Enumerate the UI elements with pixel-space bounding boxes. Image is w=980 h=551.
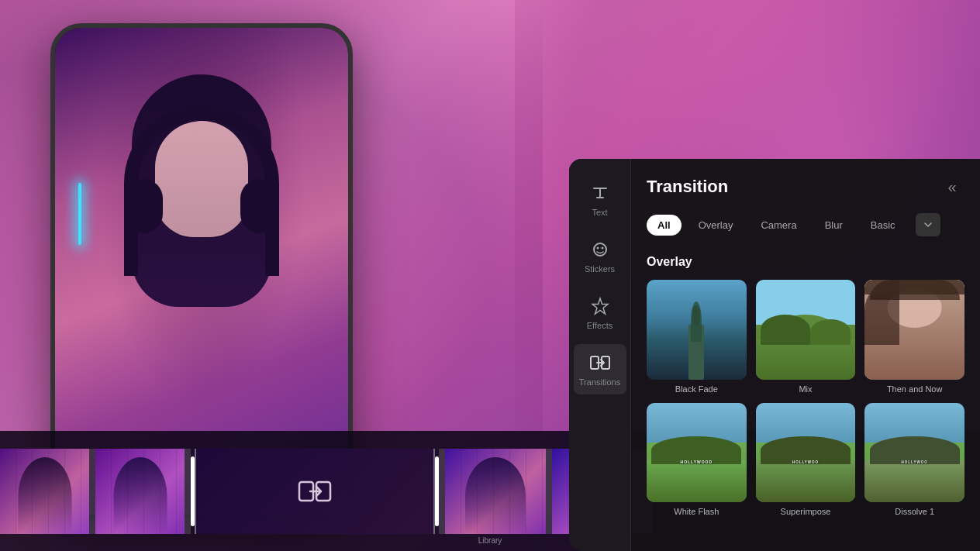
mix-thumb bbox=[756, 280, 856, 380]
svg-point-3 bbox=[596, 247, 599, 250]
headphone-left bbox=[124, 179, 163, 233]
headphone-right bbox=[240, 179, 279, 233]
panel-title: Transition bbox=[647, 177, 728, 197]
overlay-section: Overlay Black Fade bbox=[647, 255, 964, 516]
collapse-icon: « bbox=[947, 178, 956, 196]
toolbar-text[interactable]: Text bbox=[574, 174, 626, 225]
white-flash-thumb: HOLLYWOOD bbox=[647, 403, 747, 503]
white-flash-label: White Flash bbox=[674, 507, 719, 516]
superimpose-thumb: HOLLYWOO bbox=[756, 403, 856, 503]
tab-overlay[interactable]: Overlay bbox=[688, 215, 744, 236]
then-now-thumb bbox=[864, 280, 964, 380]
panel-header: Transition « bbox=[647, 174, 964, 199]
transition-white-flash[interactable]: HOLLYWOOD White Flash bbox=[647, 403, 747, 517]
dissolve-thumb: HOLLYWOO bbox=[864, 403, 964, 503]
text-icon bbox=[589, 182, 611, 204]
panel-content: Transition « All Overlay Camera Blur Bas… bbox=[631, 159, 980, 551]
transition-marker-3[interactable] bbox=[439, 449, 445, 534]
collapse-button[interactable]: « bbox=[940, 174, 964, 199]
effects-icon bbox=[589, 295, 611, 317]
toolbar-effects[interactable]: Effects bbox=[574, 288, 626, 338]
svg-point-2 bbox=[594, 243, 606, 256]
dissolve-image: HOLLYWOO bbox=[864, 403, 964, 503]
transition-then-and-now[interactable]: Then and Now bbox=[864, 280, 964, 394]
tab-basic[interactable]: Basic bbox=[860, 215, 906, 236]
clip-thumb-3[interactable] bbox=[445, 449, 546, 534]
superimpose-label: Superimpose bbox=[781, 507, 831, 516]
neon-light bbox=[78, 183, 81, 245]
svg-marker-5 bbox=[592, 298, 608, 314]
toolbar-stickers[interactable]: Stickers bbox=[574, 231, 626, 281]
black-fade-image bbox=[647, 280, 747, 380]
black-fade-thumb bbox=[647, 280, 747, 380]
transition-marker-1[interactable] bbox=[89, 449, 95, 534]
black-fade-label: Black Fade bbox=[675, 384, 718, 394]
svg-point-4 bbox=[601, 247, 603, 250]
dissolve-label: Dissolve 1 bbox=[895, 507, 934, 516]
transitions-label: Transitions bbox=[579, 377, 620, 387]
overlay-label: Overlay bbox=[647, 255, 964, 269]
tab-camera[interactable]: Camera bbox=[750, 215, 807, 236]
then-now-label: Then and Now bbox=[887, 384, 943, 394]
right-panel: Text Stickers Effects bbox=[569, 159, 980, 551]
clip-thumb-2[interactable] bbox=[95, 449, 185, 534]
transition-mix[interactable]: Mix bbox=[756, 280, 856, 394]
filter-dropdown[interactable] bbox=[916, 213, 940, 236]
transition-dissolve-1[interactable]: HOLLYWOO Dissolve 1 bbox=[864, 403, 964, 517]
text-label: Text bbox=[592, 208, 607, 217]
transition-grid-row2: HOLLYWOOD White Flash HOLLYWOO Super bbox=[647, 403, 964, 517]
mix-image bbox=[756, 280, 856, 380]
transition-marker-2[interactable] bbox=[185, 449, 191, 534]
transition-grid-row1: Black Fade Mix bbox=[647, 280, 964, 394]
tab-blur[interactable]: Blur bbox=[814, 215, 854, 236]
then-now-image bbox=[864, 280, 964, 380]
library-label: Library bbox=[478, 536, 502, 545]
clip-thumb-1[interactable] bbox=[0, 449, 89, 534]
stickers-label: Stickers bbox=[585, 264, 615, 274]
tab-all[interactable]: All bbox=[647, 215, 682, 236]
stickers-icon bbox=[589, 239, 611, 260]
effects-label: Effects bbox=[587, 321, 612, 330]
superimpose-image: HOLLYWOO bbox=[756, 403, 856, 503]
mix-label: Mix bbox=[799, 384, 812, 394]
white-flash-image: HOLLYWOOD bbox=[647, 403, 747, 503]
side-toolbar: Text Stickers Effects bbox=[569, 159, 631, 551]
transitions-icon bbox=[589, 352, 611, 374]
clip-selected[interactable] bbox=[195, 449, 435, 534]
toolbar-transitions[interactable]: Transitions bbox=[574, 344, 626, 394]
transition-black-fade[interactable]: Black Fade bbox=[647, 280, 747, 394]
transition-superimpose[interactable]: HOLLYWOO Superimpose bbox=[756, 403, 856, 517]
filter-tabs: All Overlay Camera Blur Basic bbox=[647, 213, 964, 236]
transition-marker-4[interactable] bbox=[546, 449, 552, 534]
